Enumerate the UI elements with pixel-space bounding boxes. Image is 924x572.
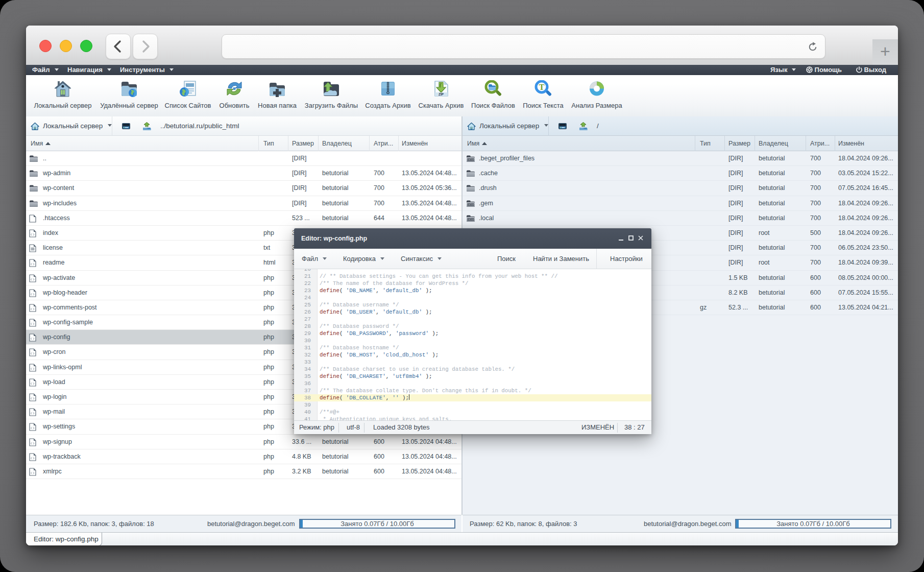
- svg-text:T: T: [539, 83, 545, 91]
- svg-text:ZIP: ZIP: [439, 92, 444, 96]
